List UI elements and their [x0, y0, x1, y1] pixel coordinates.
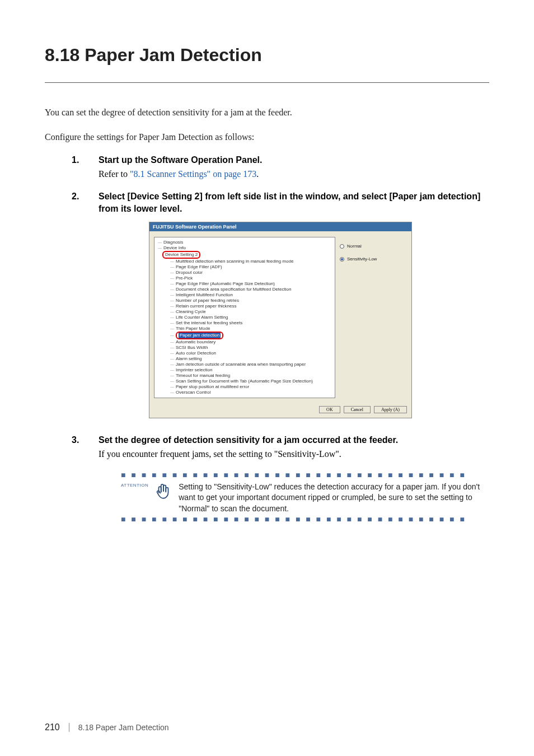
- radio-panel: Normal Sensitivity-Low: [340, 237, 407, 398]
- step-3-number: 3.: [72, 435, 99, 445]
- tree-paper-jam-highlight: Paper jam detection: [179, 333, 221, 338]
- title-divider: [45, 82, 489, 83]
- footer-divider: [69, 723, 69, 732]
- step-2-heading: Select [Device Setting 2] from left side…: [99, 190, 489, 216]
- settings-tree: —Diagnosis —Device Info Device Setting 2…: [154, 237, 335, 398]
- window-titlebar: FUJITSU Software Operation Panel: [149, 222, 411, 231]
- step-1-heading: Start up the Software Operation Panel.: [99, 154, 263, 166]
- tree-item: Retain current paper thickness: [176, 304, 237, 309]
- step-1: 1. Start up the Software Operation Panel…: [72, 154, 489, 166]
- tree-item: Overscan Control: [176, 390, 210, 395]
- step-1-body-pre: Refer to: [99, 169, 130, 179]
- radio-sensitivity-low-row[interactable]: Sensitivity-Low: [340, 256, 407, 262]
- tree-item: Timeout for manual feeding: [176, 373, 230, 379]
- radio-low-icon: [340, 257, 344, 262]
- tree-item: Alarm setting: [176, 356, 202, 362]
- tree-item: Paper stop position at multifeed error: [176, 384, 249, 390]
- tree-item: SCSI Bus Width: [176, 345, 208, 351]
- tree-item: Scan Setting for Document with Tab (Auto…: [176, 379, 313, 384]
- page-number: 210: [45, 722, 60, 732]
- radio-normal-label: Normal: [347, 244, 362, 249]
- tree-item: Page Edge Filler (Automatic Page Size De…: [176, 281, 275, 287]
- tree-diagnosis: Diagnosis: [163, 240, 183, 245]
- software-operation-panel-screenshot: FUJITSU Software Operation Panel —Diagno…: [149, 222, 412, 418]
- intro-paragraph-2: Configure the settings for Paper Jam Det…: [45, 130, 489, 144]
- tree-item: Jam detection outside of scannable area …: [176, 362, 306, 367]
- step-3-heading: Set the degree of detection sensitivity …: [99, 434, 398, 446]
- apply-button[interactable]: Apply (A): [374, 406, 407, 413]
- radio-normal-icon: [340, 244, 344, 249]
- scanner-settings-link[interactable]: "8.1 Scanner Settings" on page 173: [130, 169, 256, 179]
- radio-low-label: Sensitivity-Low: [347, 256, 377, 262]
- ok-button[interactable]: OK: [319, 406, 340, 413]
- tree-item: Pre-Pick: [176, 276, 193, 281]
- tree-item: Thin Paper Mode: [176, 326, 210, 332]
- step-3-body: If you encounter frequent jams, set the …: [99, 449, 489, 459]
- cancel-button[interactable]: Cancel: [344, 406, 371, 413]
- step-1-body: Refer to "8.1 Scanner Settings" on page …: [99, 169, 489, 179]
- footer-section: 8.18 Paper Jam Detection: [78, 723, 169, 732]
- tree-device-info: Device Info: [163, 245, 186, 250]
- tree-item: Number of paper feeding retries: [176, 298, 239, 304]
- page-footer: 210 8.18 Paper Jam Detection: [45, 722, 169, 732]
- tree-item: Life Counter Alarm Setting: [176, 315, 228, 320]
- tree-item: Auto color Detection: [176, 351, 216, 356]
- attention-hand-icon: [154, 482, 173, 501]
- intro-paragraph-1: You can set the degree of detection sens…: [45, 105, 489, 120]
- step-1-body-post: .: [256, 169, 259, 179]
- tree-item: Automatic boundary: [176, 339, 216, 345]
- tree-item: Document check area specification for Mu…: [176, 287, 291, 292]
- tree-item: Set the interval for feeding sheets: [176, 320, 242, 326]
- page-title: 8.18 Paper Jam Detection: [45, 45, 489, 66]
- attention-bottom-bar: ■ ■ ■ ■ ■ ■ ■ ■ ■ ■ ■ ■ ■ ■ ■ ■ ■ ■ ■ ■ …: [121, 515, 489, 524]
- attention-block: ■ ■ ■ ■ ■ ■ ■ ■ ■ ■ ■ ■ ■ ■ ■ ■ ■ ■ ■ ■ …: [121, 470, 489, 524]
- attention-label: ATTENTION: [121, 482, 148, 488]
- tree-item: Imprinter selection: [176, 367, 212, 373]
- attention-text: Setting to "Sensitivity-Low" reduces the…: [179, 482, 489, 515]
- step-2-number: 2.: [72, 192, 99, 202]
- step-1-number: 1.: [72, 155, 99, 165]
- attention-top-bar: ■ ■ ■ ■ ■ ■ ■ ■ ■ ■ ■ ■ ■ ■ ■ ■ ■ ■ ■ ■ …: [121, 470, 489, 479]
- tree-item: Intelligent Multifeed Function: [176, 292, 233, 298]
- tree-device-setting-2-highlight: Device Setting 2: [162, 251, 200, 259]
- tree-item: Multifeed detection when scanning in man…: [176, 259, 293, 264]
- radio-normal-row[interactable]: Normal: [340, 244, 407, 249]
- tree-item: Dropout color: [176, 270, 203, 276]
- step-3: 3. Set the degree of detection sensitivi…: [72, 434, 489, 446]
- tree-item: Cleaning Cycle: [176, 309, 206, 315]
- tree-item: Page Edge Filler (ADF): [176, 264, 222, 270]
- step-2: 2. Select [Device Setting 2] from left s…: [72, 190, 489, 216]
